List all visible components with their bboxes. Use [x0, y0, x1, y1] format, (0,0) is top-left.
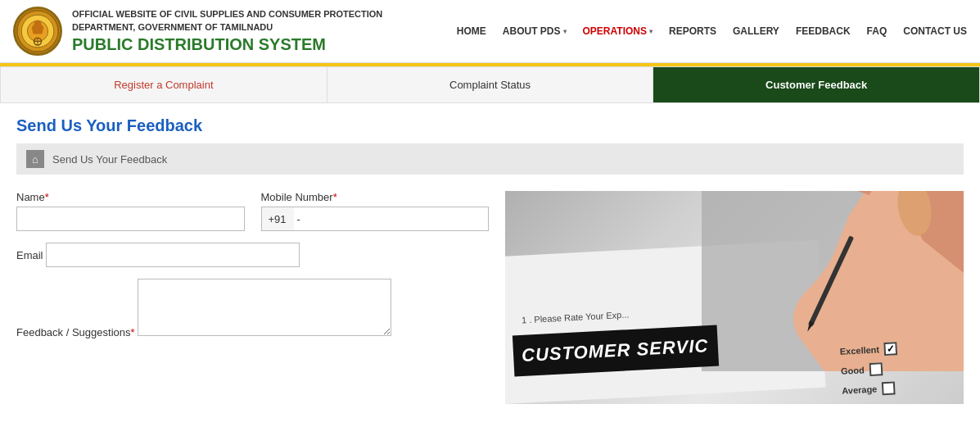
cs-image-bg: CUSTOMER SERVIC 1 . Please Rate Your Exp…: [505, 191, 964, 404]
page-heading: Send Us Your Feedback: [16, 116, 964, 135]
excellent-label: Excellent: [839, 344, 879, 357]
tab-complaint-status[interactable]: Complaint Status: [327, 67, 654, 102]
nav-reports[interactable]: REPORTS: [669, 25, 716, 37]
form-image-layout: Name* Mobile Number* +91 - E: [16, 191, 964, 404]
breadcrumb: ⌂ Send Us Your Feedback: [16, 143, 964, 175]
org-name-line2: DEPARTMENT, GOVERNMENT OF TAMILNADU: [72, 21, 382, 34]
customer-service-image: CUSTOMER SERVIC 1 . Please Rate Your Exp…: [505, 191, 964, 404]
breadcrumb-text: Send Us Your Feedback: [52, 153, 167, 166]
excellent-row: Excellent: [839, 342, 897, 358]
mobile-label: Mobile Number*: [261, 191, 490, 203]
hand-svg: [702, 191, 964, 371]
top-bar: OFFICIAL WEBSITE OF CIVIL SUPPLIES AND C…: [0, 0, 980, 63]
good-checkbox: [869, 362, 883, 376]
cs-banner-text: CUSTOMER SERVIC: [521, 335, 709, 366]
logo-section: OFFICIAL WEBSITE OF CIVIL SUPPLIES AND C…: [13, 7, 382, 56]
feedback-textarea[interactable]: [138, 279, 391, 336]
nav-contact-us[interactable]: CONTACT US: [903, 25, 967, 37]
tab-customer-feedback[interactable]: Customer Feedback: [653, 67, 979, 102]
main-nav: HOME ABOUT PDS ▾ OPERATIONS ▾ REPORTS GA…: [457, 25, 967, 37]
org-subtitle: PUBLIC DISTRIBUTION SYSTEM: [72, 35, 382, 54]
logo-text: OFFICIAL WEBSITE OF CIVIL SUPPLIES AND C…: [72, 8, 382, 54]
feedback-label: Feedback / Suggestions*: [16, 326, 138, 338]
nav-faq[interactable]: FAQ: [867, 25, 887, 37]
hand-area: [702, 191, 964, 371]
phone-prefix: +91: [261, 207, 294, 231]
name-input[interactable]: [16, 207, 245, 231]
nav-operations[interactable]: OPERATIONS ▾: [583, 25, 653, 37]
feedback-form: Name* Mobile Number* +91 - E: [16, 191, 489, 350]
svg-point-4: [34, 20, 42, 28]
feedback-row: Feedback / Suggestions*: [16, 279, 489, 338]
email-input[interactable]: [46, 243, 300, 267]
nav-gallery[interactable]: GALLERY: [733, 25, 779, 37]
good-row: Good: [840, 361, 898, 378]
phone-input[interactable]: [304, 207, 489, 231]
org-name-line1: OFFICIAL WEBSITE OF CIVIL SUPPLIES AND C…: [72, 8, 382, 20]
excellent-checkbox: [883, 342, 897, 356]
phone-dash: -: [294, 207, 304, 231]
average-label: Average: [842, 384, 878, 396]
nav-about-pds[interactable]: ABOUT PDS ▾: [503, 25, 567, 37]
phone-row: +91 -: [261, 207, 490, 231]
average-checkbox: [882, 381, 896, 395]
nav-feedback[interactable]: FEEDBACK: [796, 25, 851, 37]
chevron-down-icon: ▾: [563, 28, 567, 35]
chevron-down-icon: ▾: [649, 28, 653, 35]
email-row: Email: [16, 243, 489, 267]
home-icon[interactable]: ⌂: [26, 150, 44, 168]
mobile-field-group: Mobile Number* +91 -: [261, 191, 490, 231]
tab-bar: Register a Complaint Complaint Status Cu…: [0, 66, 980, 103]
name-label: Name*: [16, 191, 245, 203]
cs-checkboxes: Excellent Good Average: [839, 342, 900, 397]
page-content: Send Us Your Feedback ⌂ Send Us Your Fee…: [0, 103, 980, 417]
good-label: Good: [840, 365, 864, 375]
nav-home[interactable]: HOME: [457, 25, 486, 37]
email-label: Email: [16, 249, 43, 261]
tab-register-complaint[interactable]: Register a Complaint: [1, 67, 327, 102]
name-mobile-row: Name* Mobile Number* +91 -: [16, 191, 489, 231]
government-logo: [13, 7, 62, 56]
name-field-group: Name*: [16, 191, 245, 231]
